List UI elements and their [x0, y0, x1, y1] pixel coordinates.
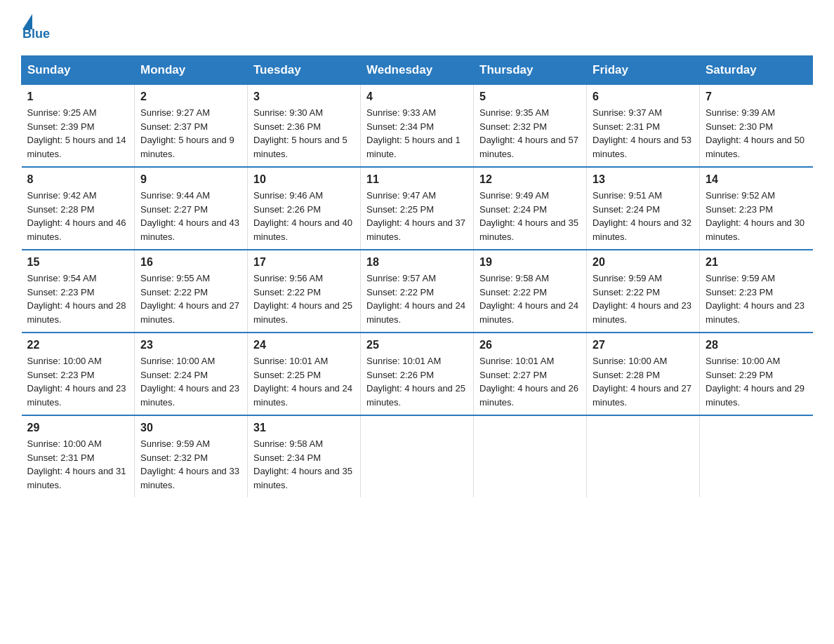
calendar-cell: 24 Sunrise: 10:01 AMSunset: 2:25 PMDayli… [248, 333, 361, 415]
day-info: Sunrise: 9:42 AMSunset: 2:28 PMDaylight:… [27, 190, 126, 242]
day-info: Sunrise: 10:00 AMSunset: 2:31 PMDaylight… [27, 438, 126, 490]
day-number: 11 [366, 173, 468, 186]
calendar-cell: 3 Sunrise: 9:30 AMSunset: 2:36 PMDayligh… [248, 85, 361, 168]
page-header: Blue [21, 14, 813, 41]
day-number: 4 [366, 90, 468, 103]
logo-underline: Blue [22, 27, 50, 41]
column-header-saturday: Saturday [700, 56, 813, 85]
day-number: 31 [253, 422, 355, 434]
day-info: Sunrise: 9:25 AMSunset: 2:39 PMDaylight:… [27, 107, 126, 159]
day-info: Sunrise: 9:51 AMSunset: 2:24 PMDaylight:… [593, 190, 691, 242]
calendar-cell: 23 Sunrise: 10:00 AMSunset: 2:24 PMDayli… [135, 333, 248, 415]
week-row-1: 1 Sunrise: 9:25 AMSunset: 2:39 PMDayligh… [22, 85, 813, 168]
week-row-5: 29 Sunrise: 10:00 AMSunset: 2:31 PMDayli… [22, 415, 813, 497]
column-header-friday: Friday [587, 56, 700, 85]
calendar-cell: 21 Sunrise: 9:59 AMSunset: 2:23 PMDaylig… [700, 250, 813, 333]
day-number: 8 [27, 173, 129, 186]
calendar-cell: 13 Sunrise: 9:51 AMSunset: 2:24 PMDaylig… [587, 167, 700, 250]
day-info: Sunrise: 9:58 AMSunset: 2:22 PMDaylight:… [479, 273, 578, 325]
logo: Blue [21, 14, 50, 41]
calendar-cell: 17 Sunrise: 9:56 AMSunset: 2:22 PMDaylig… [248, 250, 361, 333]
day-number: 14 [706, 173, 807, 186]
column-header-sunday: Sunday [22, 56, 135, 85]
calendar-cell: 11 Sunrise: 9:47 AMSunset: 2:25 PMDaylig… [361, 167, 474, 250]
day-info: Sunrise: 10:00 AMSunset: 2:24 PMDaylight… [140, 356, 239, 408]
day-info: Sunrise: 9:59 AMSunset: 2:23 PMDaylight:… [706, 273, 805, 325]
calendar-cell: 19 Sunrise: 9:58 AMSunset: 2:22 PMDaylig… [474, 250, 587, 333]
calendar-cell: 7 Sunrise: 9:39 AMSunset: 2:30 PMDayligh… [700, 85, 813, 168]
calendar-cell [474, 415, 587, 497]
day-number: 20 [593, 256, 694, 269]
calendar-cell [700, 415, 813, 497]
day-number: 5 [479, 90, 581, 103]
day-info: Sunrise: 9:39 AMSunset: 2:30 PMDaylight:… [706, 107, 805, 159]
day-number: 13 [593, 173, 694, 186]
day-number: 7 [706, 90, 807, 103]
calendar-cell: 28 Sunrise: 10:00 AMSunset: 2:29 PMDayli… [700, 333, 813, 415]
day-info: Sunrise: 9:56 AMSunset: 2:22 PMDaylight:… [253, 273, 352, 325]
calendar-cell: 4 Sunrise: 9:33 AMSunset: 2:34 PMDayligh… [361, 85, 474, 168]
day-number: 18 [366, 256, 468, 269]
calendar-cell: 26 Sunrise: 10:01 AMSunset: 2:27 PMDayli… [474, 333, 587, 415]
column-header-wednesday: Wednesday [361, 56, 474, 85]
day-number: 16 [140, 256, 241, 269]
calendar-cell [587, 415, 700, 497]
day-info: Sunrise: 9:37 AMSunset: 2:31 PMDaylight:… [593, 107, 691, 159]
calendar-cell: 25 Sunrise: 10:01 AMSunset: 2:26 PMDayli… [361, 333, 474, 415]
day-info: Sunrise: 9:54 AMSunset: 2:23 PMDaylight:… [27, 273, 126, 325]
day-number: 2 [140, 90, 241, 103]
calendar-cell: 29 Sunrise: 10:00 AMSunset: 2:31 PMDayli… [22, 415, 135, 497]
calendar-cell: 27 Sunrise: 10:00 AMSunset: 2:28 PMDayli… [587, 333, 700, 415]
calendar-cell: 30 Sunrise: 9:59 AMSunset: 2:32 PMDaylig… [135, 415, 248, 497]
day-number: 17 [253, 256, 355, 269]
day-info: Sunrise: 10:00 AMSunset: 2:28 PMDaylight… [593, 356, 691, 408]
day-number: 21 [706, 256, 807, 269]
day-number: 15 [27, 256, 129, 269]
calendar-cell: 8 Sunrise: 9:42 AMSunset: 2:28 PMDayligh… [22, 167, 135, 250]
day-info: Sunrise: 10:01 AMSunset: 2:25 PMDaylight… [253, 356, 352, 408]
calendar-cell: 2 Sunrise: 9:27 AMSunset: 2:37 PMDayligh… [135, 85, 248, 168]
calendar-cell: 16 Sunrise: 9:55 AMSunset: 2:22 PMDaylig… [135, 250, 248, 333]
calendar-cell: 10 Sunrise: 9:46 AMSunset: 2:26 PMDaylig… [248, 167, 361, 250]
day-number: 30 [140, 422, 241, 434]
day-info: Sunrise: 9:27 AMSunset: 2:37 PMDaylight:… [140, 107, 234, 159]
calendar-cell: 9 Sunrise: 9:44 AMSunset: 2:27 PMDayligh… [135, 167, 248, 250]
calendar-cell: 15 Sunrise: 9:54 AMSunset: 2:23 PMDaylig… [22, 250, 135, 333]
day-info: Sunrise: 9:49 AMSunset: 2:24 PMDaylight:… [479, 190, 578, 242]
column-header-tuesday: Tuesday [248, 56, 361, 85]
week-row-4: 22 Sunrise: 10:00 AMSunset: 2:23 PMDayli… [22, 333, 813, 415]
calendar-cell: 20 Sunrise: 9:59 AMSunset: 2:22 PMDaylig… [587, 250, 700, 333]
calendar-header: SundayMondayTuesdayWednesdayThursdayFrid… [22, 56, 813, 85]
day-number: 25 [366, 339, 468, 351]
calendar-cell: 22 Sunrise: 10:00 AMSunset: 2:23 PMDayli… [22, 333, 135, 415]
day-info: Sunrise: 9:46 AMSunset: 2:26 PMDaylight:… [253, 190, 352, 242]
day-number: 12 [479, 173, 581, 186]
calendar-cell: 18 Sunrise: 9:57 AMSunset: 2:22 PMDaylig… [361, 250, 474, 333]
day-number: 19 [479, 256, 581, 269]
day-info: Sunrise: 9:57 AMSunset: 2:22 PMDaylight:… [366, 273, 465, 325]
column-header-thursday: Thursday [474, 56, 587, 85]
calendar-cell: 6 Sunrise: 9:37 AMSunset: 2:31 PMDayligh… [587, 85, 700, 168]
day-number: 9 [140, 173, 241, 186]
day-info: Sunrise: 10:01 AMSunset: 2:26 PMDaylight… [366, 356, 465, 408]
day-number: 3 [253, 90, 355, 103]
day-info: Sunrise: 9:44 AMSunset: 2:27 PMDaylight:… [140, 190, 239, 242]
day-number: 28 [706, 339, 807, 351]
calendar-body: 1 Sunrise: 9:25 AMSunset: 2:39 PMDayligh… [22, 85, 813, 498]
day-info: Sunrise: 9:52 AMSunset: 2:23 PMDaylight:… [706, 190, 805, 242]
day-info: Sunrise: 10:00 AMSunset: 2:23 PMDaylight… [27, 356, 126, 408]
days-header-row: SundayMondayTuesdayWednesdayThursdayFrid… [22, 56, 813, 85]
week-row-2: 8 Sunrise: 9:42 AMSunset: 2:28 PMDayligh… [22, 167, 813, 250]
day-info: Sunrise: 10:01 AMSunset: 2:27 PMDaylight… [479, 356, 578, 408]
day-info: Sunrise: 9:59 AMSunset: 2:32 PMDaylight:… [140, 438, 239, 490]
day-number: 10 [253, 173, 355, 186]
week-row-3: 15 Sunrise: 9:54 AMSunset: 2:23 PMDaylig… [22, 250, 813, 333]
calendar-cell [361, 415, 474, 497]
day-number: 27 [593, 339, 694, 351]
day-number: 22 [27, 339, 129, 351]
calendar-cell: 12 Sunrise: 9:49 AMSunset: 2:24 PMDaylig… [474, 167, 587, 250]
column-header-monday: Monday [135, 56, 248, 85]
day-info: Sunrise: 10:00 AMSunset: 2:29 PMDaylight… [706, 356, 805, 408]
day-number: 29 [27, 422, 129, 434]
day-info: Sunrise: 9:58 AMSunset: 2:34 PMDaylight:… [253, 438, 352, 490]
